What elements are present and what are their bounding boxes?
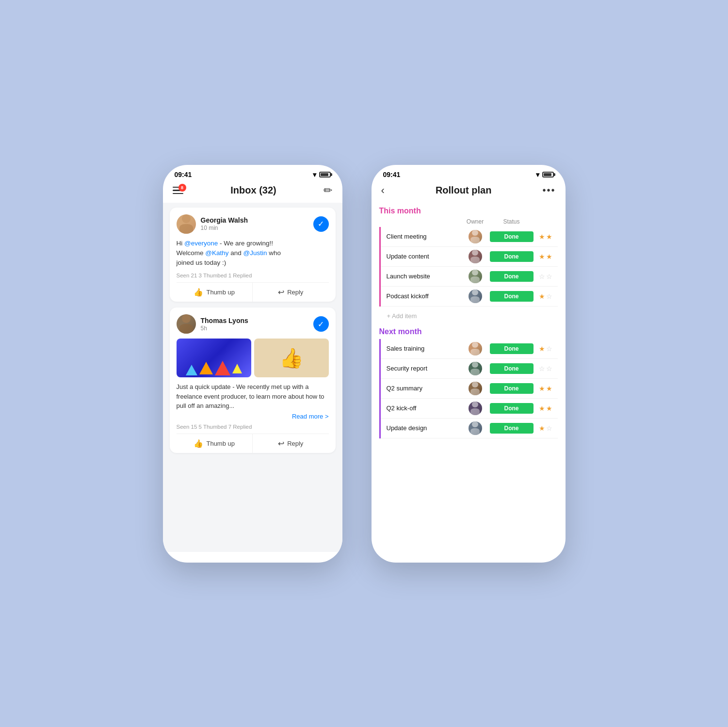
section-this-month: This month (379, 207, 558, 215)
plan-header: ‹ Rollout plan ••• (372, 180, 566, 203)
task-owner (461, 402, 490, 415)
task-row-security-report: Security report Done ☆☆ (381, 359, 558, 379)
message-card-1: Georgia Walsh 10 min ✓ Hi @everyone - We… (170, 208, 336, 302)
task-rating: ★★ (534, 404, 558, 412)
col-status-header: Status (490, 218, 534, 225)
thumbup-icon-2: 👍 (194, 439, 203, 448)
avatar-task-9 (469, 421, 482, 435)
add-item-button[interactable]: + Add item (379, 308, 558, 323)
inbox-content: Georgia Walsh 10 min ✓ Hi @everyone - We… (163, 203, 342, 552)
task-name: Podcast kickoff (387, 292, 461, 300)
reply-button-1[interactable]: ↩ Reply (253, 283, 329, 302)
avatar-task-4 (469, 290, 482, 303)
reply-icon-2: ↩ (278, 439, 284, 448)
section-next-month: Next month (379, 327, 558, 336)
phone-inbox: 09:41 ▾ 8 Inbox (32) ✏ (163, 165, 342, 563)
avatar-task-1 (469, 230, 482, 243)
task-row-q2-kickoff: Q2 kick-off Done ★★ (381, 399, 558, 419)
read-more-link[interactable]: Read more > (177, 413, 329, 420)
task-status: Done (490, 423, 534, 434)
plan-content: This month Owner Status Client meeting D… (372, 203, 566, 552)
status-time-right: 09:41 (383, 171, 401, 178)
more-button[interactable]: ••• (542, 185, 555, 196)
task-rating: ★☆ (534, 345, 558, 353)
reply-label-1: Reply (287, 289, 303, 296)
section-border-purple: Sales training Done ★☆ Security report D… (379, 339, 558, 438)
task-status: Done (490, 363, 534, 374)
task-rating: ★☆ (534, 292, 558, 300)
task-owner (461, 421, 490, 435)
message-time-2: 5h (201, 325, 308, 332)
section-border-pink: Client meeting Done ★★ Update content Do… (379, 227, 558, 307)
task-owner (461, 250, 490, 263)
back-button[interactable]: ‹ (381, 184, 385, 197)
task-name: Sales training (387, 345, 461, 352)
avatar-task-8 (469, 402, 482, 415)
message-stats-1: Seen 21 3 Thumbed 1 Replied (177, 273, 329, 278)
task-name: Update content (387, 253, 461, 260)
task-owner (461, 290, 490, 303)
task-row-update-design: Update design Done ★☆ (381, 419, 558, 438)
plan-title: Rollout plan (436, 185, 492, 196)
message-author-2: Thomas Lyons (201, 317, 308, 324)
task-row-q2-summary: Q2 summary Done ★★ (381, 379, 558, 399)
check-circle-2[interactable]: ✓ (313, 316, 329, 332)
task-rating: ☆☆ (534, 273, 558, 280)
avatar-task-6 (469, 362, 482, 375)
task-rating: ★★ (534, 253, 558, 260)
image-thumbsup: 👍 (254, 339, 329, 377)
task-row-update-content: Update content Done ★★ (381, 247, 558, 267)
message-stats-2: Seen 15 5 Thumbed 7 Replied (177, 424, 329, 430)
wifi-icon-right: ▾ (536, 171, 539, 178)
thumb-up-label-1: Thumb up (206, 289, 235, 296)
task-name: Q2 kick-off (387, 404, 461, 412)
image-colorful (177, 339, 251, 377)
task-name: Launch website (387, 273, 461, 280)
notification-badge: 8 (178, 184, 186, 192)
phone-rollout: 09:41 ▾ ‹ Rollout plan ••• This month Ow… (372, 165, 566, 563)
avatar-task-3 (469, 270, 482, 283)
menu-button[interactable]: 8 (173, 187, 183, 194)
avatar-thomas (177, 314, 196, 334)
thumb-up-button-2[interactable]: 👍 Thumb up (177, 434, 253, 453)
task-row-launch-website: Launch website Done ☆☆ (381, 267, 558, 287)
reply-label-2: Reply (287, 440, 303, 447)
mention-everyone: @everyone (184, 240, 218, 247)
task-status: Done (490, 271, 534, 282)
status-icons-left: ▾ (313, 171, 331, 178)
avatar-task-2 (469, 250, 482, 263)
mention-justin: @Justin (243, 249, 267, 257)
message-header-1: Georgia Walsh 10 min ✓ (177, 214, 329, 234)
inbox-title: Inbox (32) (230, 185, 276, 196)
task-owner (461, 342, 490, 355)
status-bar-left: 09:41 ▾ (163, 165, 342, 180)
task-name: Update design (387, 424, 461, 432)
edit-button[interactable]: ✏ (324, 184, 332, 197)
task-rating: ★☆ (534, 424, 558, 432)
message-author-1: Georgia Walsh (201, 216, 308, 224)
battery-icon-right (542, 172, 554, 178)
task-name: Q2 summary (387, 385, 461, 392)
message-body-1: Hi @everyone - We are growing!! Welcome … (177, 239, 329, 268)
message-body-2: Just a quick update - We recently met up… (177, 382, 329, 411)
table-header: Owner Status (379, 218, 558, 227)
task-rating: ★★ (534, 233, 558, 241)
status-icons-right: ▾ (536, 171, 554, 178)
task-owner (461, 382, 490, 395)
inbox-header: 8 Inbox (32) ✏ (163, 180, 342, 203)
message-actions-1: 👍 Thumb up ↩ Reply (177, 282, 329, 302)
task-owner (461, 230, 490, 243)
read-more-text: Read more > (292, 413, 329, 420)
task-status: Done (490, 383, 534, 394)
reply-button-2[interactable]: ↩ Reply (253, 434, 329, 453)
message-meta-2: Thomas Lyons 5h (201, 317, 308, 332)
task-status: Done (490, 291, 534, 302)
status-time-left: 09:41 (175, 171, 192, 178)
thumb-up-button-1[interactable]: 👍 Thumb up (177, 283, 253, 302)
check-circle-1[interactable]: ✓ (313, 216, 329, 232)
task-status: Done (490, 231, 534, 242)
reply-icon-1: ↩ (278, 288, 284, 297)
battery-icon (319, 172, 331, 178)
task-status: Done (490, 343, 534, 354)
message-images-2: 👍 (177, 339, 329, 377)
